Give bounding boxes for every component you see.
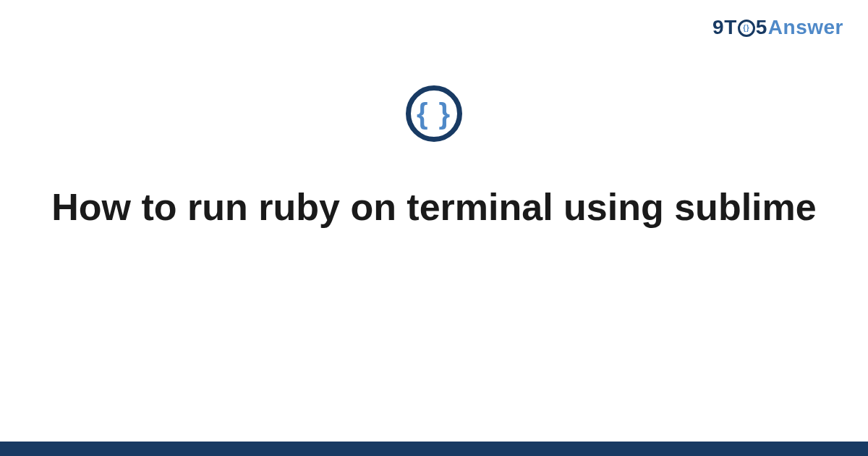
main-content: { } How to run ruby on terminal using su… [0, 85, 868, 231]
page-title: How to run ruby on terminal using sublim… [51, 184, 816, 231]
brand-text-5: 5 [756, 16, 767, 39]
code-braces-icon: { } [406, 85, 462, 142]
brand-text-9t: 9T [712, 16, 737, 39]
brand-circle-icon: {} [738, 20, 755, 37]
braces-glyph: { } [417, 99, 451, 128]
brand-logo: 9T {} 5 Answer [712, 16, 843, 39]
brand-text-answer: Answer [768, 16, 843, 39]
brand-circle-inner-glyph: {} [743, 25, 749, 32]
footer-bar [0, 442, 868, 456]
